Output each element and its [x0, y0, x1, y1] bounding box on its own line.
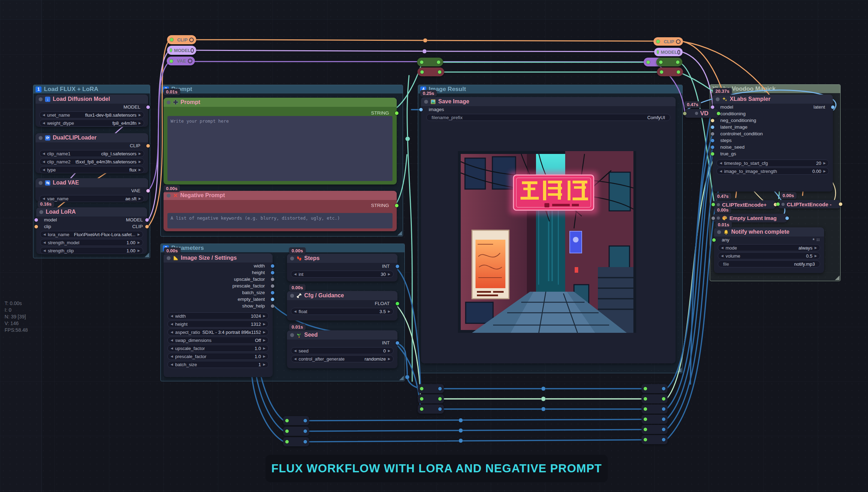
- collapse-dot[interactable]: [167, 194, 171, 198]
- hub-reroute[interactable]: [642, 435, 668, 444]
- latent-output-dot[interactable]: [831, 105, 835, 109]
- reroute-output-dot[interactable]: [662, 417, 665, 421]
- grid-icon[interactable]: [816, 238, 820, 241]
- reroute-input-dot[interactable]: [644, 397, 647, 401]
- widget-strength-clip[interactable]: ◀strength_clip1.00▶: [40, 247, 143, 254]
- prev-arrow-icon[interactable]: ◀: [43, 121, 45, 125]
- text-input-dot[interactable]: [711, 203, 715, 206]
- string-output-dot[interactable]: [395, 204, 398, 207]
- widget-weight-dtype[interactable]: ◀weight_dtypefp8_e4m3fn▶: [39, 119, 144, 127]
- reroute-output-dot[interactable]: [438, 70, 441, 74]
- hub-reroute[interactable]: [642, 404, 668, 414]
- widget-mode[interactable]: ◀modealways▶: [718, 244, 820, 251]
- reroute-output-ring[interactable]: [676, 39, 681, 44]
- widget-timestep-to-start-cfg[interactable]: ◀timestep_to_start_cfg20▶: [716, 160, 829, 167]
- widget-filename-prefix[interactable]: filename_prefixComfyUI: [426, 114, 670, 121]
- steps-input-dot[interactable]: [711, 139, 714, 142]
- negative-prompt-textarea[interactable]: A list of negative keywords (e.g. blurry…: [167, 213, 392, 228]
- reroute-input-dot[interactable]: [285, 429, 289, 433]
- node-cfg[interactable]: Cfg / Guidance FLOAT ◀float3.5▶: [287, 291, 397, 321]
- controlnet-condition-input-dot[interactable]: [711, 132, 714, 136]
- node-clip-text-encode-neg[interactable]: CLIPTextEncode -: [778, 200, 841, 208]
- collapse-dot[interactable]: [39, 97, 43, 101]
- reroute-clip-left[interactable]: CLIP: [167, 35, 196, 44]
- collapse-dot[interactable]: [424, 100, 428, 104]
- hub-reroute[interactable]: [642, 425, 668, 434]
- reroute-output-dot[interactable]: [677, 70, 680, 74]
- reroute-input-dot[interactable]: [285, 440, 289, 444]
- reroute-model-left[interactable]: MODEL: [167, 46, 196, 55]
- hub-reroute[interactable]: [283, 427, 309, 436]
- reroute-output-ring[interactable]: [189, 38, 194, 42]
- node-save-image[interactable]: Save Image images filename_prefixComfyUI: [421, 97, 676, 363]
- float-output-dot[interactable]: [396, 302, 399, 305]
- node-load-diffusion-model[interactable]: ↓Load Diffusion Model MODEL ◀unet_namefl…: [36, 95, 148, 127]
- widget-lora-name[interactable]: ◀lora_nameFlux\PixelArt-Flux-Lora.safet.…: [40, 231, 143, 238]
- reroute-positive-mid[interactable]: [417, 58, 443, 66]
- reroute-negative-right[interactable]: [657, 67, 683, 76]
- widget-float[interactable]: ◀float3.5▶: [291, 308, 394, 315]
- reroute-output-dot[interactable]: [662, 438, 665, 441]
- neg-conditioning-input-dot[interactable]: [711, 119, 714, 122]
- text-input-dot[interactable]: [776, 202, 780, 206]
- conditioning-output-dot[interactable]: [839, 202, 842, 206]
- collapse-dot[interactable]: [290, 257, 294, 260]
- node-notify[interactable]: Notify when complete any* ◀modealways▶ ◀…: [714, 227, 824, 273]
- input-dot[interactable]: [683, 112, 687, 115]
- widget-height[interactable]: ◀height1312▶: [167, 321, 269, 328]
- hub-reroute[interactable]: [642, 384, 668, 393]
- reroute-output-dot[interactable]: [438, 387, 442, 390]
- widget-strength-model[interactable]: ◀strength_model1.00▶: [40, 239, 143, 246]
- reroute-input-dot[interactable]: [660, 70, 663, 74]
- reroute-output-ring[interactable]: [677, 50, 680, 54]
- reroute-output-dot[interactable]: [437, 60, 440, 64]
- collapse-dot[interactable]: [167, 256, 171, 260]
- reroute-input-dot[interactable]: [644, 438, 647, 441]
- widget-unet-name[interactable]: ◀unet_nameflux1-dev-fp8.safetensors▶: [39, 111, 144, 118]
- next-arrow-icon[interactable]: ▶: [139, 121, 141, 125]
- reroute-output-dot[interactable]: [662, 407, 665, 411]
- noise-seed-input-dot[interactable]: [711, 145, 714, 149]
- widget-int[interactable]: ◀int30▶: [291, 271, 394, 278]
- clip-input-dot[interactable]: [34, 225, 38, 228]
- reroute-output-ring[interactable]: [191, 48, 194, 53]
- widget-width[interactable]: ◀width1024▶: [167, 312, 269, 319]
- collapse-dot[interactable]: [290, 294, 294, 298]
- widget-aspect-ratio[interactable]: ◀aspect_ratioSDXL - 3:4 portrait 896x115…: [167, 329, 269, 336]
- reroute-input-dot[interactable]: [656, 40, 660, 43]
- int-output-dot[interactable]: [396, 341, 399, 345]
- collapse-dot[interactable]: [39, 210, 43, 214]
- reroute-input-dot[interactable]: [644, 407, 647, 411]
- collapse-dot[interactable]: [716, 97, 720, 101]
- model-output-dot[interactable]: [146, 105, 150, 109]
- latent-image-input-dot[interactable]: [711, 125, 714, 129]
- reroute-output-dot[interactable]: [304, 429, 307, 433]
- height-output-dot[interactable]: [271, 271, 274, 274]
- widget-type[interactable]: ◀typeflux▶: [39, 166, 144, 173]
- widget-volume[interactable]: ◀volume0.5▶: [718, 252, 820, 259]
- widget-seed[interactable]: ◀seed0▶: [291, 347, 394, 354]
- collapse-dot[interactable]: [717, 216, 720, 220]
- collapse-dot[interactable]: [290, 333, 294, 337]
- collapse-dot[interactable]: [717, 230, 721, 234]
- any-input-dot[interactable]: [712, 238, 716, 242]
- reroute-input-dot[interactable]: [420, 70, 424, 74]
- model-output-dot[interactable]: [145, 218, 149, 222]
- batch-output-dot[interactable]: [271, 291, 274, 294]
- hub-reroute[interactable]: [283, 416, 309, 425]
- reroute-input-dot[interactable]: [170, 59, 173, 63]
- collapse-dot[interactable]: [781, 203, 785, 206]
- vae-output-dot[interactable]: [146, 189, 150, 193]
- reroute-input-dot[interactable]: [644, 417, 647, 421]
- clip-output-dot[interactable]: [145, 225, 149, 228]
- reroute-output-dot[interactable]: [438, 407, 442, 411]
- node-seed[interactable]: Seed INT ◀seed0▶ ◀control_after_generate…: [287, 330, 397, 368]
- widget-upscale-factor[interactable]: ◀upscale_factor1.0▶: [167, 345, 269, 352]
- reroute-clip-right[interactable]: CLIP: [653, 37, 683, 46]
- image-output-dot[interactable]: [717, 112, 720, 115]
- collapse-dot[interactable]: [695, 112, 698, 115]
- hub-reroute[interactable]: [418, 384, 444, 393]
- reroute-output-dot[interactable]: [662, 387, 665, 390]
- node-image-size[interactable]: Image Size / Settings width height upsca…: [164, 253, 273, 377]
- reroute-input-dot[interactable]: [644, 387, 647, 390]
